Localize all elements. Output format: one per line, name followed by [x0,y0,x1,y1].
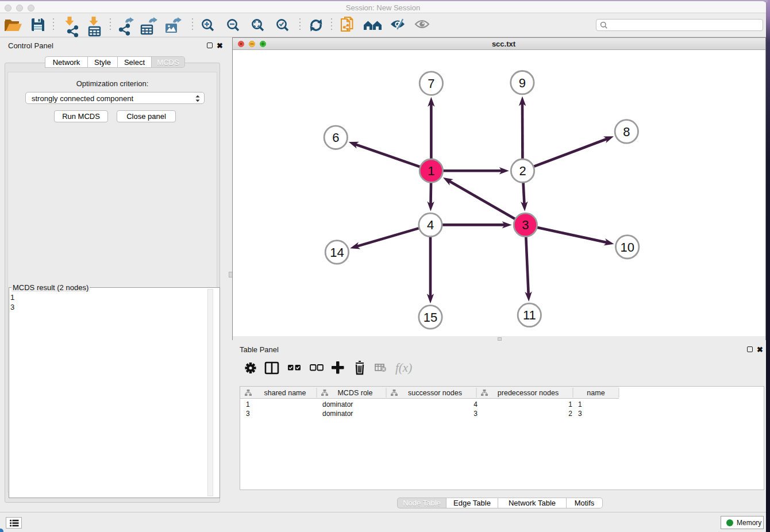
svg-text:11: 11 [523,308,536,322]
svg-text:4: 4 [427,218,434,232]
svg-text:7: 7 [428,76,434,91]
svg-text:14: 14 [330,245,344,260]
svg-text:6: 6 [332,130,339,145]
svg-text:successor nodes: successor nodes [408,389,462,397]
svg-text:10: 10 [620,240,634,255]
svg-text:15: 15 [424,310,437,325]
svg-text:name: name [587,389,605,397]
svg-text:2: 2 [519,164,526,178]
svg-text:3: 3 [522,218,529,232]
svg-text:shared name: shared name [264,389,306,397]
svg-text:MCDS role: MCDS role [337,389,372,397]
svg-text:8: 8 [623,125,630,139]
svg-text:f(x): f(x) [395,361,412,375]
svg-text:1: 1 [428,164,434,178]
svg-text:predecessor nodes: predecessor nodes [498,389,559,397]
svg-text:9: 9 [519,76,526,90]
